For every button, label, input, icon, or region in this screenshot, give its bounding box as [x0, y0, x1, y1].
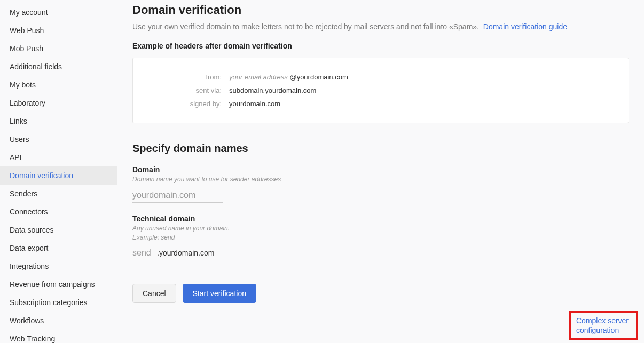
sidebar-item-web-tracking[interactable]: Web Tracking: [0, 330, 117, 343]
specify-domain-title: Specify domain names: [132, 142, 629, 155]
domain-verification-guide-link[interactable]: Domain verification guide: [483, 22, 567, 31]
header-from-label: from:: [149, 73, 229, 81]
sidebar-item-laboratory[interactable]: Laboratory: [0, 94, 117, 112]
sidebar-item-data-export[interactable]: Data export: [0, 239, 117, 257]
sidebar-item-additional-fields[interactable]: Additional fields: [0, 58, 117, 76]
technical-domain-label: Technical domain: [132, 214, 629, 223]
sidebar: My account Web Push Mob Push Additional …: [0, 0, 117, 343]
page-description: Use your own verified domain to make let…: [132, 22, 629, 31]
technical-domain-input[interactable]: [132, 246, 155, 260]
header-sentvia-label: sent via:: [149, 86, 229, 94]
sidebar-item-links[interactable]: Links: [0, 112, 117, 130]
sidebar-item-api[interactable]: API: [0, 148, 117, 166]
header-from-value: your email address @yourdomain.com: [229, 73, 348, 81]
sidebar-item-web-push[interactable]: Web Push: [0, 21, 117, 39]
header-from-suffix: @yourdomain.com: [288, 73, 348, 81]
sidebar-item-subscription-categories[interactable]: Subscription categories: [0, 293, 117, 312]
domain-field-block: Domain Domain name you want to use for s…: [132, 165, 629, 203]
header-from-italic: your email address: [229, 73, 288, 81]
header-signedby-value: yourdomain.com: [229, 100, 280, 108]
sidebar-item-mob-push[interactable]: Mob Push: [0, 39, 117, 58]
example-heading: Example of headers after domain verifica…: [132, 42, 629, 50]
sidebar-item-my-bots[interactable]: My bots: [0, 76, 117, 94]
sidebar-item-domain-verification[interactable]: Domain verification: [0, 166, 117, 185]
header-sentvia-value: subdomain.yourdomain.com: [229, 86, 316, 94]
sidebar-item-workflows[interactable]: Workflows: [0, 312, 117, 330]
sidebar-item-my-account[interactable]: My account: [0, 3, 117, 21]
sidebar-item-connectors[interactable]: Connectors: [0, 203, 117, 221]
header-row-from: from: your email address @yourdomain.com: [149, 73, 612, 81]
description-text: Use your own verified domain to make let…: [132, 22, 479, 31]
sidebar-item-revenue-from-campaigns[interactable]: Revenue from campaigns: [0, 275, 117, 293]
technical-domain-hint: Any unused name in your domain. Example:…: [132, 224, 629, 242]
sidebar-item-data-sources[interactable]: Data sources: [0, 221, 117, 239]
page-title: Domain verification: [132, 3, 629, 17]
cancel-button[interactable]: Cancel: [132, 284, 176, 303]
complex-server-configuration-link[interactable]: Complex server configuration: [569, 311, 638, 340]
header-row-sent-via: sent via: subdomain.yourdomain.com: [149, 86, 612, 94]
domain-hint: Domain name you want to use for sender a…: [132, 175, 629, 184]
technical-domain-suffix: .yourdomain.com: [157, 249, 214, 257]
button-row: Cancel Start verification: [132, 284, 629, 303]
domain-label: Domain: [132, 165, 629, 174]
start-verification-button[interactable]: Start verification: [183, 284, 256, 303]
main-content: Domain verification Use your own verifie…: [117, 0, 644, 343]
sidebar-item-senders[interactable]: Senders: [0, 185, 117, 203]
sidebar-item-integrations[interactable]: Integrations: [0, 257, 117, 275]
technical-domain-field-block: Technical domain Any unused name in your…: [132, 214, 629, 261]
header-row-signed-by: signed by: yourdomain.com: [149, 100, 612, 108]
sidebar-item-users[interactable]: Users: [0, 130, 117, 148]
header-example-card: from: your email address @yourdomain.com…: [132, 58, 629, 123]
header-signedby-label: signed by:: [149, 100, 229, 108]
domain-input[interactable]: [132, 188, 223, 203]
